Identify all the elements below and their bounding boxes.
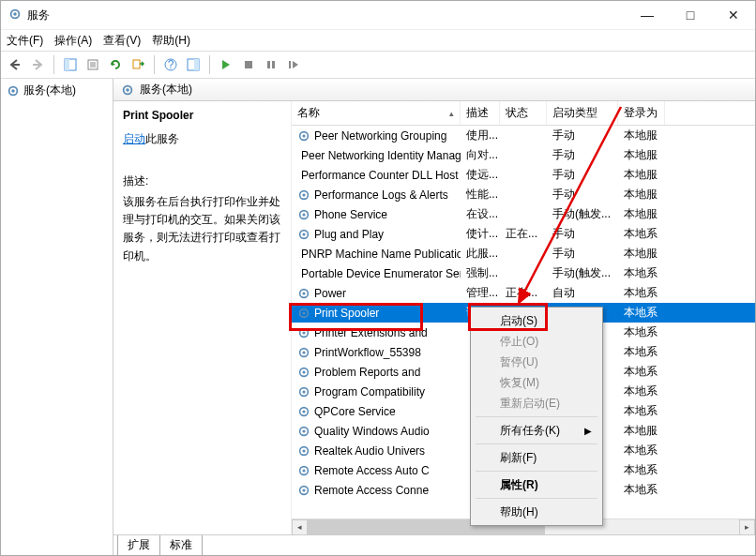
gear-icon (297, 464, 310, 477)
export-list-button[interactable] (128, 54, 148, 75)
svg-rect-3 (65, 59, 69, 70)
scroll-left-button[interactable]: ◂ (292, 519, 308, 535)
window-title: 服务 (27, 8, 626, 23)
gear-icon (297, 326, 310, 339)
pause-service-button[interactable] (261, 54, 281, 75)
cell-description: 此服... (461, 246, 500, 262)
service-row[interactable]: Peer Networking Grouping使用...手动本地服 (292, 126, 755, 145)
svg-point-28 (302, 193, 305, 196)
service-row[interactable]: Peer Networking Identity Manager向对...手动本… (292, 145, 755, 165)
stop-service-button[interactable] (238, 54, 259, 75)
back-button[interactable] (5, 54, 25, 75)
tab-header: 服务(本地) (113, 79, 755, 101)
start-service-link[interactable]: 启动 (123, 132, 145, 145)
cell-startup: 手动 (547, 246, 618, 262)
cell-name: Quality Windows Audio (292, 425, 461, 438)
service-row[interactable]: Portable Device Enumerator Service强制...手… (292, 263, 755, 283)
cell-logon: 本地系 (618, 305, 665, 321)
menu-item[interactable]: 属性(R) (474, 474, 599, 495)
gear-icon (297, 287, 310, 300)
service-row[interactable]: Plug and Play使计...正在...手动本地系 (292, 224, 755, 244)
refresh-button[interactable] (105, 54, 126, 75)
cell-logon: 本地系 (618, 482, 665, 498)
cell-status: 正在... (500, 226, 547, 242)
sort-asc-icon: ▴ (449, 109, 454, 118)
svg-point-30 (302, 213, 305, 216)
svg-point-56 (302, 469, 305, 472)
cell-logon: 本地系 (618, 403, 665, 419)
menu-item[interactable]: 启动(S) (474, 310, 599, 331)
gear-icon (297, 346, 310, 359)
svg-point-48 (302, 390, 305, 393)
column-logon-as[interactable]: 登录为 (618, 101, 665, 125)
cell-startup: 手动 (547, 187, 618, 203)
cell-logon: 本地系 (618, 364, 665, 380)
toolbar-separator (53, 55, 54, 74)
column-name[interactable]: 名称▴ (292, 101, 461, 125)
cell-name: Print Spooler (292, 307, 461, 320)
cell-name: Program Compatibility (292, 385, 461, 398)
tree-pane: 服务(本地) (1, 79, 113, 555)
svg-point-20 (126, 88, 129, 92)
column-description[interactable]: 描述 (461, 101, 500, 125)
gear-icon (297, 208, 310, 221)
gear-icon (297, 444, 310, 458)
service-row[interactable]: PNRP Machine Name Publication S...此服...手… (292, 244, 755, 263)
column-startup-type[interactable]: 启动类型 (547, 101, 618, 125)
menu-file[interactable]: 文件(F) (7, 33, 43, 49)
tab-header-label: 服务(本地) (140, 82, 192, 98)
cell-name: Performance Logs & Alerts (292, 188, 461, 202)
menu-action[interactable]: 操作(A) (54, 33, 92, 49)
start-service-button[interactable] (216, 54, 236, 75)
cell-startup: 手动 (547, 167, 618, 183)
svg-text:?: ? (168, 58, 174, 71)
svg-point-58 (302, 488, 305, 491)
show-hide-action-button[interactable] (183, 54, 204, 75)
cell-description: 使计... (461, 226, 500, 242)
svg-rect-13 (245, 61, 252, 68)
column-status[interactable]: 状态 (500, 101, 547, 125)
menu-separator (476, 471, 597, 472)
toolbar: ? (1, 51, 755, 79)
menu-view[interactable]: 查看(V) (103, 33, 141, 49)
menu-item: 停止(O) (474, 331, 599, 352)
restart-service-button[interactable] (283, 54, 304, 75)
service-row[interactable]: Power管理...正在...自动本地系 (292, 283, 755, 303)
cell-logon: 本地系 (618, 285, 665, 301)
maximize-button[interactable]: □ (669, 1, 712, 30)
cell-name: PNRP Machine Name Publication S... (292, 248, 461, 261)
scroll-right-button[interactable]: ▸ (739, 519, 755, 535)
cell-logon: 本地系 (618, 226, 665, 242)
description-label: 描述: (123, 173, 281, 189)
tree-root-node[interactable]: 服务(本地) (3, 81, 111, 100)
menu-item[interactable]: 帮助(H) (474, 502, 599, 522)
menu-help[interactable]: 帮助(H) (152, 33, 190, 49)
cell-description: 向对... (461, 147, 500, 163)
tab-extended[interactable]: 扩展 (117, 535, 160, 556)
service-row[interactable]: Phone Service在设...手动(触发...本地服 (292, 204, 755, 224)
svg-rect-14 (267, 61, 270, 68)
cell-logon: 本地系 (618, 265, 665, 281)
cell-logon: 本地服 (618, 128, 665, 143)
service-row[interactable]: Performance Counter DLL Host使远...手动本地服 (292, 165, 755, 185)
menu-item[interactable]: 刷新(F) (474, 447, 599, 468)
cell-name: Peer Networking Grouping (292, 129, 461, 143)
gear-icon (121, 83, 134, 97)
forward-button[interactable] (27, 54, 48, 75)
svg-point-22 (302, 134, 305, 137)
minimize-button[interactable]: — (626, 1, 669, 30)
svg-rect-16 (289, 61, 291, 68)
service-row[interactable]: Performance Logs & Alerts性能...手动本地服 (292, 185, 755, 204)
show-hide-tree-button[interactable] (60, 54, 81, 75)
help-button[interactable]: ? (160, 54, 181, 75)
cell-logon: 本地服 (618, 167, 665, 183)
close-button[interactable]: ✕ (712, 1, 755, 30)
properties-button[interactable] (83, 54, 103, 75)
menu-item[interactable]: 所有任务(K)▶ (474, 420, 599, 441)
menu-item: 暂停(U) (474, 352, 599, 372)
cell-name: Realtek Audio Univers (292, 444, 461, 458)
gear-icon (297, 228, 310, 241)
cell-description: 在设... (461, 206, 500, 222)
tab-standard[interactable]: 标准 (159, 535, 203, 556)
cell-name: Printer Extensions and (292, 326, 461, 339)
